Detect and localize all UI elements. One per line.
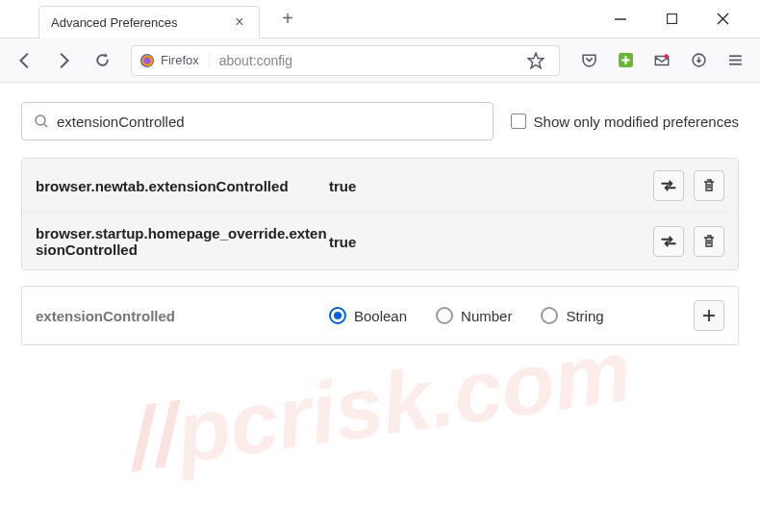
pref-value: true bbox=[329, 234, 653, 250]
window-controls bbox=[607, 6, 760, 33]
radio-label: String bbox=[566, 308, 603, 324]
pref-value: true bbox=[329, 178, 653, 194]
svg-point-14 bbox=[36, 115, 45, 125]
url-bar[interactable]: Firefox about:config bbox=[131, 45, 560, 76]
identity-label: Firefox bbox=[161, 53, 199, 67]
radio-label: Number bbox=[461, 308, 512, 324]
window-chrome: Advanced Preferences × + bbox=[0, 0, 760, 38]
svg-rect-1 bbox=[667, 14, 676, 24]
pref-row: browser.newtab.extensionControlled true bbox=[22, 159, 738, 214]
tab-title: Advanced Preferences bbox=[51, 15, 232, 30]
downloads-icon[interactable] bbox=[683, 45, 714, 76]
toolbar-actions bbox=[573, 45, 750, 76]
pocket-icon[interactable] bbox=[573, 45, 604, 76]
pref-row: browser.startup.homepage_override.extens… bbox=[22, 214, 738, 269]
inbox-icon[interactable] bbox=[646, 45, 677, 76]
app-menu-icon[interactable] bbox=[720, 45, 750, 76]
radio-boolean[interactable]: Boolean bbox=[329, 307, 407, 324]
radio-icon bbox=[541, 307, 558, 324]
radio-number[interactable]: Number bbox=[436, 307, 512, 324]
radio-label: Boolean bbox=[354, 308, 407, 324]
svg-point-9 bbox=[664, 54, 669, 59]
forward-button[interactable] bbox=[48, 45, 79, 76]
search-row: Show only modified preferences bbox=[21, 102, 739, 140]
url-text: about:config bbox=[219, 53, 520, 68]
close-window-button[interactable] bbox=[709, 6, 736, 33]
minimize-button[interactable] bbox=[607, 6, 634, 33]
type-radio-group: Boolean Number String bbox=[329, 307, 694, 324]
delete-button[interactable] bbox=[694, 226, 724, 257]
delete-button[interactable] bbox=[694, 170, 724, 201]
add-button[interactable] bbox=[694, 300, 724, 331]
close-tab-icon[interactable]: × bbox=[232, 14, 247, 30]
radio-icon bbox=[436, 307, 453, 324]
show-modified-label: Show only modified preferences bbox=[534, 114, 739, 130]
preferences-table: browser.newtab.extensionControlled true … bbox=[21, 158, 739, 270]
new-tab-button[interactable]: + bbox=[274, 6, 301, 33]
show-modified-checkbox[interactable] bbox=[511, 114, 526, 129]
search-icon bbox=[34, 114, 49, 129]
site-identity[interactable]: Firefox bbox=[139, 53, 210, 68]
back-button[interactable] bbox=[10, 45, 40, 76]
svg-point-5 bbox=[144, 57, 151, 63]
about-config-content: Show only modified preferences browser.n… bbox=[0, 83, 760, 365]
radio-icon bbox=[329, 307, 346, 324]
svg-line-15 bbox=[44, 124, 47, 127]
browser-tab[interactable]: Advanced Preferences × bbox=[38, 6, 260, 38]
bookmark-star-icon[interactable] bbox=[520, 45, 551, 76]
toggle-button[interactable] bbox=[653, 226, 684, 257]
extension-icon[interactable] bbox=[610, 45, 641, 76]
maximize-button[interactable] bbox=[658, 6, 685, 33]
svg-rect-8 bbox=[621, 59, 630, 61]
browser-toolbar: Firefox about:config bbox=[0, 38, 760, 83]
pref-name: browser.startup.homepage_override.extens… bbox=[36, 225, 329, 258]
search-box[interactable] bbox=[21, 102, 494, 140]
radio-string[interactable]: String bbox=[541, 307, 603, 324]
show-modified-checkbox-row[interactable]: Show only modified preferences bbox=[511, 114, 739, 130]
add-preference-row: extensionControlled Boolean Number Strin… bbox=[21, 286, 739, 345]
add-pref-name: extensionControlled bbox=[36, 308, 329, 324]
firefox-icon bbox=[139, 53, 155, 68]
toggle-button[interactable] bbox=[653, 170, 684, 201]
pref-name: browser.newtab.extensionControlled bbox=[36, 178, 329, 194]
search-input[interactable] bbox=[57, 114, 481, 130]
reload-button[interactable] bbox=[87, 45, 117, 76]
